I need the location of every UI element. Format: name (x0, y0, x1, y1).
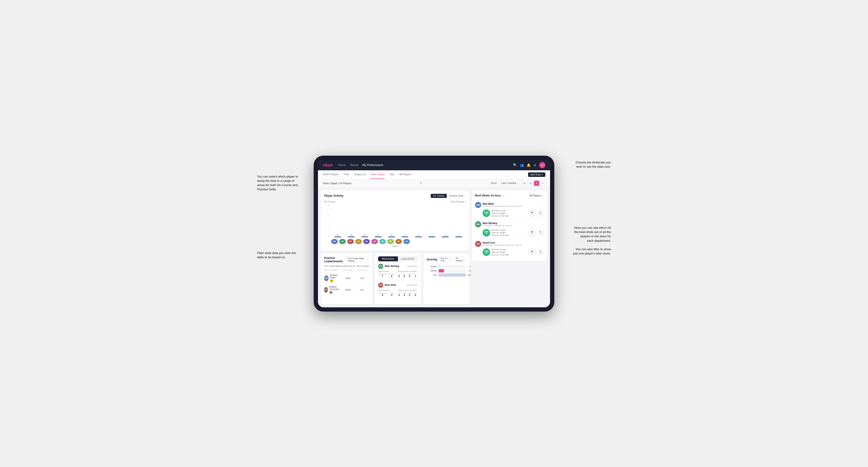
bar-e-crossman: 2 (439, 237, 452, 237)
avatar[interactable]: U (539, 162, 545, 168)
blair-arg: ARG 0 (408, 273, 411, 278)
mini-avatar-2: RB (339, 239, 346, 244)
shot-name-blair: Blair McHarg (483, 222, 541, 224)
active-player-rees-info: RB Rees Britt (378, 283, 396, 288)
player-activity-card: Player Activity On Course Practice Drill… (321, 190, 469, 251)
scoring-title: Scoring (427, 258, 437, 261)
shot-player-info-blair: Blair McHarg 23 Jul 2023 · Ashridge GC, … (483, 222, 541, 227)
heart-view-btn[interactable]: ♥ (534, 181, 539, 186)
leaderboard-name-1: Richard Butler (330, 274, 341, 279)
shot-meta-matt: 09 Jun 2023 · Royal North Devon GC, Hole… (483, 205, 541, 207)
all-shots-tab[interactable]: All Shots (490, 194, 502, 197)
shot-matt-chevron[interactable]: › (543, 203, 544, 207)
scoring-dropdown2[interactable]: All Players ▾ (454, 256, 466, 262)
total-rounds-dropdown[interactable]: Total Rounds ▾ (451, 200, 466, 203)
shot-item-david-ford[interactable]: DF David Ford 24 Aug 2023 · Royal North … (475, 239, 544, 258)
practice-dropdown[interactable]: PUTT Must Make Putting ... ▾ (346, 257, 369, 263)
mini-avatar-1: BM (331, 239, 338, 244)
sub-nav: PGAT Players PGA Hcaps 1-5 Team Clippd T… (318, 170, 550, 179)
mini-avatar-8: MM (387, 239, 394, 244)
list-view-btn[interactable]: ≡ (540, 181, 545, 186)
leaderboard-avatar-1: RB (324, 276, 329, 281)
scoring-pars-fill (439, 273, 466, 277)
shot-item-blair-mcharg[interactable]: BM Blair McHarg 23 Jul 2023 · Ashridge G… (475, 219, 544, 239)
leaderboard-subtitle: PUTT Must Make Putting (3-6 ft), Last 3 … (324, 265, 369, 267)
blair-gtt: GTT 0 (398, 273, 401, 278)
bar-chart: 13 12 (330, 205, 466, 238)
nav-icons: 🔍 👥 🔔 ⊕ U (513, 162, 545, 168)
most-active-tab[interactable]: Most Active (378, 256, 398, 261)
y-label-5: 5 (328, 225, 329, 227)
add-team-button[interactable]: Add Team + (528, 173, 545, 177)
player-avatars-row: BM RB DF JC EE DB RB MM EC LR (324, 239, 466, 244)
practice-leaderboards-title: Practice Leaderboards (324, 256, 346, 263)
best-shots-card: Best Shots All Shots ▾ All Players ▾ (472, 190, 547, 261)
leaderboard-avg-2: 107 (355, 289, 369, 291)
show-select[interactable]: Last 3 months ▾ (500, 181, 519, 185)
nav-my-performance[interactable]: My Performance (363, 163, 383, 167)
blair-app: APP 0 (403, 273, 406, 278)
bar-d-billingham: 4 (399, 237, 411, 237)
people-icon[interactable]: 👥 (520, 163, 524, 167)
shot-item-matt-miller[interactable]: MM Matt Miller 09 Jun 2023 · Royal North… (475, 200, 544, 220)
practice-drills-toggle[interactable]: Practice Drills (447, 194, 466, 198)
y-label-10: 10 (327, 215, 329, 217)
scoring-eagles-label: Eagles (427, 266, 437, 268)
active-avatar-rees: RB (378, 283, 383, 288)
rees-putt: PUTT 0 (413, 292, 417, 297)
team-header: Team Clippd | 14 Players ✏️ Show: Last 3… (318, 179, 550, 187)
y-axis: 15 10 5 0 (324, 205, 330, 238)
leaderboard-player-info-2: Edward Crossman 2 (329, 286, 341, 294)
active-player-blair-header: BM Blair McHarg 26 Aug 2023 (378, 264, 417, 269)
leaderboard-score-1: 19/20 (341, 277, 355, 280)
blair-rounds-cols: Tournament 7 Practice 6 (378, 273, 395, 278)
grid4-view-btn[interactable]: ⊟ (528, 181, 533, 186)
scoring-eagles-bar: 3 (439, 265, 466, 268)
search-icon[interactable]: 🔍 (513, 163, 517, 167)
scoring-dropdown1[interactable]: Par 3, 4 & 5s ▾ (439, 256, 452, 262)
bell-icon[interactable]: 🔔 (527, 163, 531, 167)
edit-icon-area[interactable]: ✏️ (420, 182, 423, 184)
tab-team-clippd[interactable]: Team Clippd (370, 170, 385, 179)
scoring-eagles-row: Eagles 3 (427, 265, 466, 268)
rees-gtt: GTT 0 (398, 292, 401, 297)
rees-arg: ARG 0 (408, 292, 411, 297)
tab-tour[interactable]: Tour (390, 170, 394, 179)
tab-hcaps[interactable]: Hcaps 1-5 (354, 170, 366, 179)
bar-m-miller: 3 (426, 237, 438, 237)
all-shots-chevron: ▾ (503, 195, 504, 197)
silver-badge: 2 (329, 291, 333, 294)
bar-l-robertson: 2 (453, 237, 465, 237)
rees-practice-col: Practice 4 (389, 292, 395, 297)
player-activity-title: Player Activity (324, 194, 343, 197)
add-circle-icon[interactable]: ⊕ (533, 163, 536, 167)
leaderboard-avg-1: 110 (355, 277, 369, 280)
pencil-icon[interactable]: ✏️ (420, 182, 423, 184)
blair-practice-activities: Total Practice Activities GTT 0 APP (398, 270, 417, 278)
shot-text-david: Shot Dist: 16 ydsStart Lie: RoughEnd Lie… (492, 248, 527, 256)
blair-tournament-col: Tournament 7 (378, 273, 387, 278)
bar-d-ford: 10 (358, 237, 371, 237)
grid2-view-btn[interactable]: ⊞ (522, 181, 527, 186)
shot-name-david: David Ford (483, 242, 541, 244)
blair-pa-title: Total Practice Activities (398, 270, 417, 272)
rees-pa-cols: GTT 0 APP 0 (398, 292, 417, 297)
shot-matt-header: MM Matt Miller 09 Jun 2023 · Royal North… (475, 202, 544, 208)
most-active-card: Most Active Least Active BM Blair McHarg (375, 253, 421, 305)
all-players-dropdown[interactable]: All Players ▾ (528, 194, 544, 198)
tablet-frame: clippd Home Teams My Performance 🔍 👥 🔔 ⊕… (314, 156, 554, 312)
leaderboard-player-1: RB Richard Butler 1 (324, 274, 341, 283)
least-active-tab[interactable]: Least Active (398, 256, 418, 261)
shot-badge-david: 198 SG (483, 248, 490, 256)
nav-teams[interactable]: Teams (350, 163, 358, 167)
tab-pga[interactable]: PGA (344, 170, 349, 179)
tab-pgat-players[interactable]: PGAT Players (323, 170, 339, 179)
nav-home[interactable]: Home (338, 163, 346, 167)
top-nav: clippd Home Teams My Performance 🔍 👥 🔔 ⊕… (318, 160, 550, 170)
shot-david-chevron[interactable]: › (543, 242, 544, 246)
rees-pa-title: Total Practice Activities (398, 289, 417, 291)
shot-blair-chevron[interactable]: › (543, 222, 544, 226)
scoring-birdies-label: Birdies (427, 270, 437, 272)
on-course-toggle[interactable]: On Course (431, 194, 447, 198)
tab-all-players[interactable]: All Players (399, 170, 412, 179)
